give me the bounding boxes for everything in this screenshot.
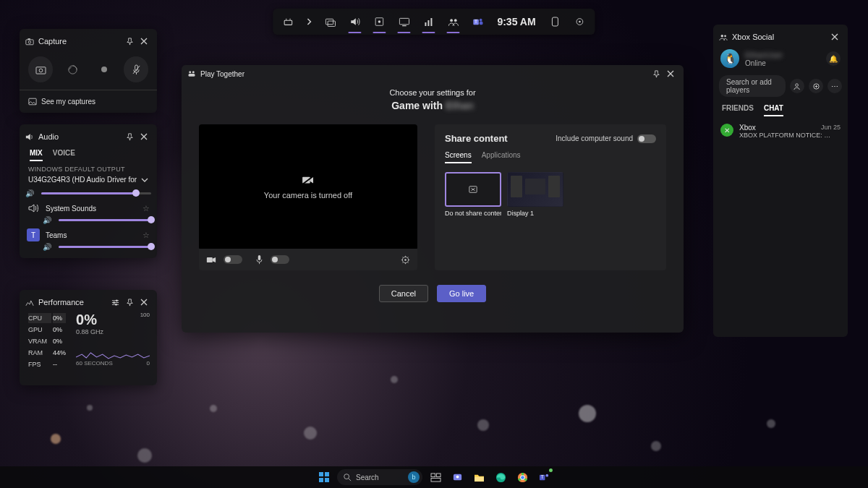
svg-point-48 [721, 35, 723, 37]
svg-rect-7 [399, 18, 409, 24]
task-view-icon[interactable] [427, 468, 444, 486]
looking-for-group-icon[interactable] [809, 79, 823, 93]
taskbar-app-teams[interactable]: T [535, 468, 553, 486]
close-icon[interactable] [663, 67, 678, 81]
gamebar-capture-icon[interactable] [322, 9, 338, 35]
close-icon[interactable] [137, 129, 151, 144]
close-icon[interactable] [827, 30, 842, 44]
svg-point-13 [454, 19, 456, 22]
device-settings-icon[interactable] [401, 255, 410, 265]
output-device-selector[interactable]: U34G2G4R3 (HD Audio Driver for Dis… [25, 174, 151, 185]
mic-toggle[interactable] [271, 255, 289, 264]
video-toggle[interactable] [224, 255, 242, 264]
tab-friends[interactable]: FRIENDS [722, 104, 754, 116]
svg-point-37 [115, 303, 117, 305]
svg-rect-54 [319, 478, 323, 482]
pin-icon[interactable] [122, 295, 137, 309]
svg-point-22 [28, 40, 30, 43]
svg-point-38 [189, 71, 191, 73]
svg-rect-55 [325, 478, 329, 482]
more-icon[interactable]: ⋯ [827, 79, 842, 93]
pin-icon[interactable] [122, 34, 137, 48]
svg-rect-52 [319, 472, 323, 476]
gamebar-teams-icon[interactable]: T [469, 9, 485, 35]
svg-rect-53 [325, 472, 329, 476]
camera-off-text: Your camera is turned off [264, 191, 352, 200]
close-icon[interactable] [137, 295, 151, 309]
start-button[interactable] [315, 468, 333, 486]
taskbar-app-explorer[interactable] [470, 468, 488, 486]
speaker-small-icon: 🔊 [43, 243, 51, 251]
svg-point-35 [115, 299, 117, 301]
gamebar-display-icon[interactable] [396, 9, 412, 35]
share-option-none[interactable]: Do not share content [445, 172, 501, 217]
pin-icon[interactable] [122, 129, 137, 144]
close-icon[interactable] [137, 34, 151, 48]
taskbar-search[interactable]: Search b [337, 469, 422, 485]
go-live-button[interactable]: Go live [437, 285, 486, 302]
share-option-display1[interactable]: Display 1 [507, 172, 563, 217]
gamebar-expand-icon[interactable] [305, 9, 313, 35]
tab-applications[interactable]: Applications [482, 151, 521, 163]
system-sounds-slider[interactable] [59, 219, 151, 221]
gamebar-xbox-icon[interactable] [280, 9, 296, 35]
svg-point-39 [192, 71, 195, 73]
svg-rect-43 [207, 257, 213, 262]
capture-widget: Capture See my captures [20, 29, 157, 113]
favorite-icon[interactable]: ☆ [142, 204, 150, 213]
taskbar-app-edge[interactable] [492, 468, 509, 486]
cancel-button[interactable]: Cancel [379, 285, 428, 302]
see-my-captures-link[interactable]: See my captures [25, 93, 151, 107]
svg-line-57 [349, 479, 351, 481]
gamebar-audio-icon[interactable] [346, 9, 362, 35]
options-icon[interactable] [108, 295, 122, 309]
tab-screens[interactable]: Screens [445, 151, 472, 163]
master-volume-slider[interactable] [41, 192, 151, 194]
gamebar-settings-icon[interactable] [572, 9, 588, 35]
game-bar: T 9:35 AM [273, 9, 595, 35]
gamebar-performance-icon[interactable] [371, 9, 387, 35]
social-title: Xbox Social [732, 33, 774, 41]
tab-mix[interactable]: MIX [30, 149, 43, 161]
performance-widget: Performance CPU0% GPU0% VRAM0% RAM44% FP… [20, 290, 157, 385]
svg-point-36 [113, 301, 115, 304]
svg-text:T: T [475, 19, 477, 24]
xbox-social-widget: Xbox Social 🐧 EthanUser Online 🔔 Search … [713, 25, 848, 337]
svg-rect-4 [328, 21, 335, 27]
people-icon [719, 33, 728, 41]
teams-slider[interactable] [59, 246, 151, 248]
notifications-icon[interactable]: 🔔 [826, 51, 841, 66]
search-players-input[interactable]: Search or add players [719, 75, 786, 97]
taskbar-app-chrome[interactable] [514, 468, 531, 486]
add-friend-icon[interactable] [790, 79, 804, 93]
record-last-button[interactable] [60, 56, 85, 82]
capture-title: Capture [38, 37, 67, 46]
perf-scale-min: 0 [147, 360, 150, 367]
gamebar-resources-icon[interactable] [420, 9, 436, 35]
svg-rect-58 [431, 473, 435, 476]
mic-toggle-button[interactable] [124, 56, 148, 82]
gamebar-social-icon[interactable] [445, 9, 461, 35]
user-status: Online [745, 59, 783, 67]
tab-voice[interactable]: VOICE [53, 149, 75, 161]
record-button[interactable] [92, 56, 116, 82]
tab-chat[interactable]: CHAT [764, 104, 783, 116]
user-avatar[interactable]: 🐧 [720, 49, 739, 68]
message-sender: Xbox [739, 124, 756, 132]
audio-widget: Audio MIX VOICE WINDOWS DEFAULT OUTPUT U… [20, 124, 157, 258]
mic-icon [255, 254, 263, 265]
favorite-icon[interactable]: ☆ [142, 231, 150, 240]
include-sound-toggle[interactable] [637, 134, 656, 143]
chat-message-row[interactable]: ✕ Xbox Jun 25 XBOX PLATFORM NOTICE: Xbox… [719, 119, 842, 143]
camera-icon [25, 38, 34, 46]
svg-point-50 [795, 83, 798, 86]
svg-text:T: T [540, 474, 543, 479]
gamebar-widget-icon[interactable] [548, 9, 563, 35]
screenshot-button[interactable] [28, 56, 53, 82]
app-system-sounds-label: System Sounds [46, 205, 96, 213]
pin-icon[interactable] [649, 67, 663, 81]
taskbar-app-teams-chat[interactable] [448, 468, 466, 486]
speaker-icon [25, 133, 34, 141]
svg-rect-3 [326, 19, 333, 25]
perf-stats-table: CPU0% GPU0% VRAM0% RAM44% FPS-- [27, 312, 67, 371]
